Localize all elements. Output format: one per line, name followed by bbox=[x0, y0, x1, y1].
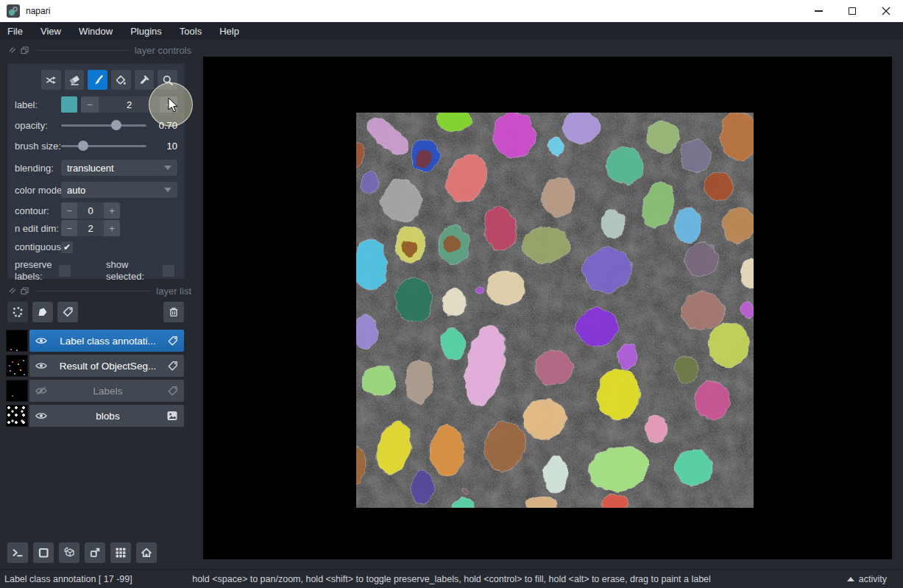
window-controls bbox=[801, 0, 903, 22]
pick-color-button[interactable] bbox=[135, 70, 155, 90]
label-increment-button[interactable]: + bbox=[160, 96, 177, 113]
close-button[interactable] bbox=[869, 0, 903, 22]
menu-help[interactable]: Help bbox=[210, 26, 248, 37]
delete-layer-button[interactable] bbox=[163, 302, 184, 322]
visibility-eye-icon[interactable] bbox=[35, 336, 50, 345]
contour-label: contour: bbox=[15, 205, 61, 216]
opacity-slider-handle[interactable] bbox=[111, 120, 121, 130]
label-decrement-button[interactable]: − bbox=[81, 96, 99, 113]
layer-name: blobs bbox=[50, 411, 166, 422]
blending-dropdown[interactable]: translucent bbox=[61, 160, 177, 176]
minimize-icon bbox=[815, 10, 823, 12]
dock-separator bbox=[36, 50, 129, 51]
labels-layer-type-icon bbox=[166, 336, 178, 347]
chevron-down-icon bbox=[164, 188, 171, 192]
console-button[interactable] bbox=[7, 542, 28, 563]
brush-size-slider-handle[interactable] bbox=[78, 141, 88, 151]
visibility-eye-icon[interactable] bbox=[35, 361, 50, 370]
activity-button[interactable]: activity bbox=[847, 574, 887, 584]
paint-button[interactable] bbox=[88, 70, 107, 90]
show-selected-checkbox[interactable]: ✔ bbox=[163, 265, 174, 277]
layer-row-labels[interactable]: Labels bbox=[6, 380, 184, 402]
label-color-swatch[interactable] bbox=[61, 96, 77, 113]
layer-controls-dock-header: layer controls bbox=[0, 43, 199, 57]
visibility-eye-slash-icon[interactable] bbox=[35, 386, 50, 395]
preserve-labels-checkbox[interactable]: ✔ bbox=[59, 265, 71, 277]
menu-file[interactable]: File bbox=[7, 26, 32, 37]
square-2d-icon bbox=[38, 547, 49, 559]
n-edit-dim-spinbox: − 2 + bbox=[61, 220, 120, 236]
contour-spinbox: − 0 + bbox=[61, 202, 120, 219]
tag-icon bbox=[62, 306, 74, 318]
visibility-eye-icon[interactable] bbox=[35, 411, 50, 420]
dock-hide-icon[interactable] bbox=[9, 287, 16, 294]
dock-float-icon[interactable] bbox=[21, 46, 29, 54]
labels-tool-row bbox=[15, 70, 177, 90]
brush-size-value: 10 bbox=[151, 141, 177, 152]
dock-hide-icon[interactable] bbox=[9, 46, 16, 54]
maximize-button[interactable] bbox=[835, 0, 869, 22]
erase-button[interactable] bbox=[65, 70, 85, 90]
shuffle-colors-button[interactable] bbox=[41, 70, 61, 90]
n-edit-dim-label: n edit dim: bbox=[15, 223, 61, 234]
fill-button[interactable] bbox=[111, 70, 131, 90]
layer-name: Result of ObjectSeg... bbox=[50, 361, 166, 372]
layer-thumbnail bbox=[6, 405, 28, 427]
opacity-slider[interactable] bbox=[61, 120, 146, 130]
n-edit-dim-increment-button[interactable]: + bbox=[104, 220, 120, 236]
transpose-icon bbox=[89, 547, 101, 559]
chevron-down-icon bbox=[164, 166, 171, 170]
grid-view-button[interactable] bbox=[110, 542, 131, 563]
opacity-label: opacity: bbox=[15, 120, 61, 131]
blending-row: blending: translucent bbox=[15, 160, 177, 176]
n-edit-dim-row: n edit dim: − 2 + bbox=[15, 220, 177, 236]
label-label: label: bbox=[15, 99, 61, 110]
points-icon bbox=[12, 306, 24, 318]
color-mode-value: auto bbox=[67, 185, 85, 196]
color-mode-dropdown[interactable]: auto bbox=[61, 182, 177, 198]
roll-dimensions-button[interactable] bbox=[59, 542, 79, 563]
contour-decrement-button[interactable]: − bbox=[61, 202, 77, 219]
n-edit-dim-decrement-button[interactable]: − bbox=[61, 220, 77, 236]
new-shapes-layer-button[interactable] bbox=[32, 302, 53, 322]
label-value[interactable]: 2 bbox=[99, 96, 160, 113]
label-row: label: − 2 + bbox=[15, 96, 177, 113]
status-bar: Label class annotation [ 17 -99] hold <s… bbox=[0, 569, 903, 588]
new-labels-layer-button[interactable] bbox=[57, 302, 78, 322]
layer-list: Label class annotati... Result of Object… bbox=[6, 330, 184, 430]
contiguous-checkbox[interactable]: ✔ bbox=[61, 241, 73, 253]
menu-window[interactable]: Window bbox=[70, 26, 121, 37]
menu-view[interactable]: View bbox=[32, 26, 70, 37]
contour-increment-button[interactable]: + bbox=[104, 202, 120, 219]
dock-float-icon[interactable] bbox=[21, 287, 29, 295]
layer-row-label-class-annotation[interactable]: Label class annotati... bbox=[6, 330, 184, 352]
layer-row-result-of-objectseg[interactable]: Result of ObjectSeg... bbox=[6, 355, 184, 377]
viewer-canvas[interactable] bbox=[203, 57, 892, 559]
menu-tools[interactable]: Tools bbox=[171, 26, 210, 37]
magnifier-icon bbox=[162, 74, 174, 86]
brush-size-label: brush size: bbox=[15, 141, 61, 152]
napari-window: napari File View Window Plugins Tools He… bbox=[0, 0, 903, 588]
labels-layer-type-icon bbox=[166, 361, 178, 372]
maximize-icon bbox=[849, 7, 856, 15]
left-dock: layer controls bbox=[0, 40, 199, 569]
layer-list-buttons bbox=[7, 302, 184, 322]
shapes-icon bbox=[37, 306, 49, 318]
trash-icon bbox=[168, 306, 180, 318]
transpose-dimensions-button[interactable] bbox=[85, 542, 105, 563]
layer-controls-title: layer controls bbox=[135, 45, 191, 56]
contour-value[interactable]: 0 bbox=[77, 202, 104, 219]
pan-zoom-button[interactable] bbox=[157, 70, 177, 90]
toggle-ndisplay-button[interactable] bbox=[33, 542, 54, 563]
layer-row-blobs[interactable]: blobs bbox=[6, 405, 184, 427]
minimize-button[interactable] bbox=[801, 0, 835, 22]
menu-plugins[interactable]: Plugins bbox=[121, 26, 171, 37]
n-edit-dim-value[interactable]: 2 bbox=[77, 220, 104, 236]
home-button[interactable] bbox=[136, 542, 157, 563]
layer-thumbnail bbox=[6, 355, 28, 377]
brush-size-slider[interactable] bbox=[61, 141, 146, 151]
shuffle-icon bbox=[45, 74, 57, 86]
new-points-layer-button[interactable] bbox=[7, 302, 28, 322]
layer-controls-panel: label: − 2 + opacity: 0.70 bbox=[7, 63, 185, 279]
layer-list-dock-header: layer list bbox=[0, 284, 199, 297]
